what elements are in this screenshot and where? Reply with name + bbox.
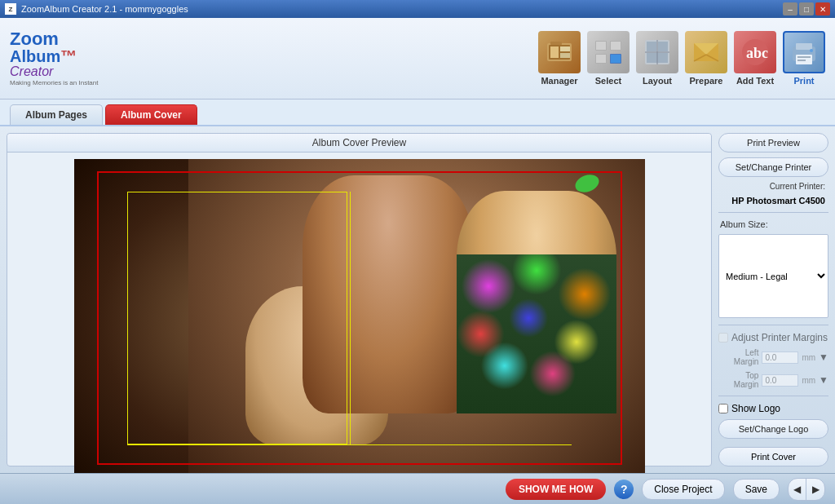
left-margin-label: Left Margin — [718, 348, 758, 366]
divider-2 — [718, 325, 828, 325]
album-size-select[interactable]: Medium - Legal Small Large — [718, 234, 828, 318]
close-project-button[interactable]: Close Project — [642, 479, 724, 500]
logo-tagline: Making Memories is an Instant — [10, 79, 140, 87]
current-printer-value: HP Photosmart C4500 — [718, 196, 828, 206]
set-change-logo-button[interactable]: Set/Change Logo — [718, 419, 828, 439]
print-preview-button[interactable]: Print Preview — [718, 133, 828, 153]
print-label: Print — [793, 76, 814, 86]
preview-title: Album Cover Preview — [7, 134, 711, 153]
nav-arrow-right[interactable]: ▶ — [806, 479, 824, 500]
svg-text:abc: abc — [746, 45, 768, 61]
nav-arrow-left[interactable]: ◀ — [789, 479, 806, 500]
right-panel: Print Preview Set/Change Printer Current… — [718, 133, 828, 466]
tab-album-cover[interactable]: Album Cover — [105, 104, 197, 125]
nav-arrows: ◀ ▶ — [788, 478, 825, 501]
svg-rect-16 — [658, 42, 668, 51]
svg-rect-15 — [647, 42, 656, 51]
nav-item-print[interactable]: Print — [783, 31, 825, 86]
titlebar-controls: – □ ✕ — [783, 2, 830, 15]
help-button[interactable]: ? — [614, 480, 634, 499]
top-toolbar: Zoom Album™ Creator Making Memories is a… — [0, 18, 835, 99]
svg-rect-11 — [596, 55, 606, 63]
app-body: Zoom Album™ Creator Making Memories is a… — [0, 18, 835, 504]
app-icon: Z — [5, 3, 16, 15]
left-margin-row: Left Margin mm ▼ — [718, 348, 828, 366]
svg-rect-29 — [797, 56, 811, 58]
photo-background — [74, 159, 645, 473]
adjust-printer-margins-checkbox[interactable] — [718, 333, 728, 343]
photo-woman — [303, 175, 474, 414]
tabs-row: Album Pages Album Cover — [0, 99, 835, 126]
nav-item-manager[interactable]: Manager — [538, 31, 581, 86]
preview-image-area — [7, 153, 711, 473]
top-margin-dropdown[interactable]: ▼ — [819, 374, 828, 386]
logo-creator: Creator — [10, 64, 140, 79]
tab-album-pages[interactable]: Album Pages — [10, 104, 103, 125]
adjust-printer-margins-label: Adjust Printer Margins — [731, 332, 828, 343]
preview-panel: Album Cover Preview — [7, 133, 712, 466]
select-icon — [587, 31, 630, 73]
bottom-bar: SHOW ME HOW ? Close Project Save ◀ ▶ — [0, 473, 835, 504]
top-margin-row: Top Margin mm ▼ — [718, 371, 828, 389]
save-button[interactable]: Save — [733, 479, 780, 500]
nav-buttons: Manager Select — [538, 31, 825, 86]
photo-clothing — [457, 254, 616, 413]
divider-3 — [718, 396, 828, 396]
svg-rect-5 — [560, 53, 570, 58]
select-label: Select — [595, 76, 621, 86]
layout-label: Layout — [643, 76, 672, 86]
left-margin-input[interactable] — [762, 351, 798, 364]
nav-item-prepare[interactable]: Prepare — [685, 31, 727, 86]
top-margin-unit: mm — [802, 376, 815, 385]
print-icon — [783, 31, 825, 73]
nav-item-select[interactable]: Select — [587, 31, 630, 86]
divider-1 — [718, 212, 828, 213]
logo-album: Album™ — [10, 48, 77, 64]
current-printer-label: Current Printer: — [718, 182, 828, 191]
maximize-button[interactable]: □ — [799, 2, 814, 15]
album-size-label: Album Size: — [718, 219, 828, 229]
svg-rect-27 — [796, 43, 812, 50]
svg-rect-3 — [550, 46, 559, 58]
svg-rect-9 — [611, 42, 621, 50]
svg-rect-2 — [550, 42, 562, 45]
svg-point-31 — [810, 49, 813, 52]
set-change-printer-button[interactable]: Set/Change Printer — [718, 157, 828, 177]
show-logo-label: Show Logo — [731, 403, 780, 414]
layout-icon — [636, 31, 678, 73]
prepare-label: Prepare — [690, 76, 723, 86]
top-margin-input[interactable] — [762, 374, 798, 387]
show-logo-checkbox[interactable] — [718, 404, 728, 413]
titlebar-title: ZoomAlbum Creator 2.1 - mommygoggles — [21, 4, 188, 14]
show-logo-row: Show Logo — [718, 403, 828, 414]
nav-item-addtext[interactable]: abc Add Text — [734, 31, 776, 86]
left-margin-unit: mm — [802, 353, 815, 362]
addtext-icon: abc — [734, 31, 776, 73]
print-cover-button[interactable]: Print Cover — [718, 447, 828, 466]
close-button[interactable]: ✕ — [815, 2, 830, 15]
svg-rect-4 — [560, 46, 570, 51]
manager-icon — [538, 31, 581, 73]
manager-label: Manager — [541, 76, 577, 86]
svg-rect-7 — [596, 42, 606, 50]
left-margin-dropdown[interactable]: ▼ — [819, 351, 828, 363]
minimize-button[interactable]: – — [783, 2, 797, 15]
svg-rect-13 — [611, 55, 621, 63]
logo-zoom: Zoom — [10, 30, 77, 48]
addtext-label: Add Text — [736, 76, 774, 86]
top-margin-label: Top Margin — [718, 371, 758, 389]
titlebar: Z ZoomAlbum Creator 2.1 - mommygoggles –… — [0, 0, 835, 18]
prepare-icon — [685, 31, 727, 73]
main-content: Album Cover Preview — [0, 126, 835, 473]
show-me-how-button[interactable]: SHOW ME HOW — [506, 479, 606, 500]
photo-container — [74, 159, 645, 473]
adjust-printer-margins-row: Adjust Printer Margins — [718, 332, 828, 343]
logo-area: Zoom Album™ Creator Making Memories is a… — [10, 30, 140, 87]
svg-rect-30 — [797, 60, 806, 61]
nav-item-layout[interactable]: Layout — [636, 31, 678, 86]
